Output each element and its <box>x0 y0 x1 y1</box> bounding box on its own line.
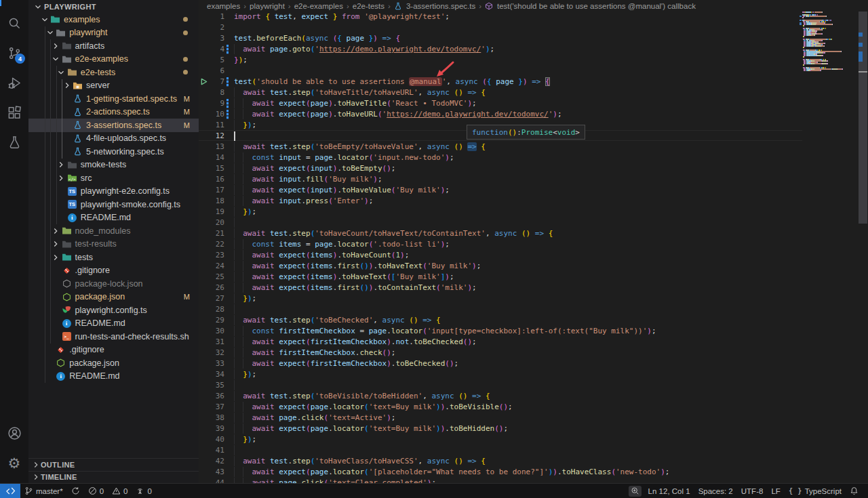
tree-item-run-tests-and-check-results-sh[interactable]: >_run-tests-and-check-results.sh <box>28 330 199 344</box>
tree-item-playwright-e2e-config-ts[interactable]: TSplaywright-e2e.config.ts <box>28 185 199 199</box>
code-line-19[interactable]: 19 }); <box>199 207 868 217</box>
code-line-5[interactable]: 5}); <box>199 55 868 66</box>
code-line-31[interactable]: 31 await expect(firstItemCheckbox).not.t… <box>199 337 868 348</box>
code-line-18[interactable]: 18 await input.press('Enter'); <box>199 196 868 207</box>
code-line-6[interactable]: 6 <box>199 66 868 77</box>
code-line-15[interactable]: 15 await expect(input).toBeEmpty(); <box>199 163 868 174</box>
code-line-40[interactable]: 40 }); <box>199 434 868 445</box>
status-lf[interactable]: LF <box>767 484 784 498</box>
code-line-10[interactable]: 10 await expect(page).toHaveURL('https:/… <box>199 109 868 120</box>
tree-item--gitignore[interactable]: .gitignore <box>28 344 199 357</box>
code-line-1[interactable]: 1import { test, expect } from '@playwrig… <box>199 12 868 22</box>
activity-run-debug-icon[interactable] <box>0 68 28 98</box>
tree-item-package-json[interactable]: package.json <box>28 356 199 370</box>
tree-item-test-results[interactable]: test-results <box>28 238 199 251</box>
tree-item-tests[interactable]: tests <box>28 251 199 264</box>
code-line-25[interactable]: 25 await expect(items).toHaveText(['Buy … <box>199 272 868 283</box>
status-error[interactable]: 0 <box>84 484 108 498</box>
tree-item-readme-md[interactable]: iREADME.md <box>28 211 199 225</box>
code-line-39[interactable]: 39 await expect(page.locator('text=Buy m… <box>199 423 868 434</box>
code-line-17[interactable]: 17 await expect(input).toHaveValue('Buy … <box>199 185 868 196</box>
tree-item-artifacts[interactable]: artifacts <box>28 39 199 53</box>
status-zoom-plus[interactable] <box>629 486 642 497</box>
panel-timeline[interactable]: TIMELINE <box>28 471 199 484</box>
tree-item-package-json[interactable]: package.jsonM <box>28 291 199 304</box>
breadcrumb-item[interactable]: e2e-tests <box>353 2 384 10</box>
code-line-38[interactable]: 38 await page.click('text=Active'); <box>199 413 868 423</box>
code-line-13[interactable]: 13 await test.step('toBeEmpty/toHaveValu… <box>199 142 868 152</box>
tree-item-examples[interactable]: examples <box>28 13 199 26</box>
code-line-30[interactable]: 30 const firstItemCheckbox = page.locato… <box>199 326 868 337</box>
code-line-35[interactable]: 35 <box>199 380 868 391</box>
tree-item-readme-md[interactable]: iREADME.md <box>28 317 199 331</box>
editor-pane[interactable]: examples›playwright›e2e-examples›e2e-tes… <box>199 0 868 483</box>
activity-source-control-icon[interactable]: 4 <box>0 38 28 68</box>
activity-search-icon[interactable] <box>0 8 28 38</box>
code-line-44[interactable]: 44 await page.click('text=Clear complete… <box>199 478 868 483</box>
code-line-41[interactable]: 41 <box>199 445 868 456</box>
code-line-2[interactable]: 2 <box>199 22 868 33</box>
tree-item-node-modules[interactable]: node_modules <box>28 224 199 238</box>
tree-item-playwright-smoke-config-ts[interactable]: TSplaywright-smoke.config.ts <box>28 198 199 211</box>
breadcrumb-item[interactable]: 3-assertions.spec.ts <box>394 2 475 10</box>
code-line-32[interactable]: 32 await firstItemCheckbox.check(); <box>199 348 868 358</box>
tree-item-readme-md[interactable]: iREADME.md <box>28 370 199 383</box>
run-test-icon[interactable] <box>200 78 208 85</box>
breadcrumb-item[interactable]: e2e-examples <box>294 2 343 10</box>
activity-testing-icon[interactable] <box>0 127 28 157</box>
code-line-22[interactable]: 22 const items = page.locator('.todo-lis… <box>199 239 868 250</box>
tree-item-1-getting-started-spec-ts[interactable]: 1-getting-started.spec.tsM <box>28 92 199 106</box>
tree-item-2-actions-spec-ts[interactable]: 2-actions.spec.tsM <box>28 106 199 119</box>
tree-item-playwright-config-ts[interactable]: playwright.config.ts <box>28 304 199 317</box>
tree-item-server[interactable]: ▦server <box>28 79 199 93</box>
code-line-37[interactable]: 37 await expect(page.locator('text=Buy m… <box>199 402 868 413</box>
status-ln-12-col-1[interactable]: Ln 12, Col 1 <box>644 484 694 498</box>
status-bell[interactable] <box>846 484 863 498</box>
code-line-7[interactable]: 7test('should be able to use assertions … <box>199 77 868 87</box>
tree-item-e2e-tests[interactable]: e2e-tests <box>28 66 199 79</box>
activity-extensions-icon[interactable] <box>0 98 28 127</box>
tree-item--gitignore[interactable]: .gitignore <box>28 264 199 278</box>
tree-item-5-networking-spec-ts[interactable]: 5-networking.spec.ts <box>28 145 199 159</box>
code-line-14[interactable]: 14 const input = page.locator('input.new… <box>199 152 868 163</box>
tree-item-smoke-tests[interactable]: smoke-tests <box>28 159 199 172</box>
code-line-29[interactable]: 29 await test.step('toBeChecked', async … <box>199 315 868 326</box>
code-line-36[interactable]: 36 await test.step('toBeVisible/toBeHidd… <box>199 391 868 402</box>
code-line-24[interactable]: 24 await expect(items.first()).toHaveTex… <box>199 261 868 272</box>
code-line-21[interactable]: 21 await test.step('toHaveCount/toHaveTe… <box>199 228 868 239</box>
code-line-28[interactable]: 28 <box>199 304 868 315</box>
tree-item-4-file-uploads-spec-ts[interactable]: 4-file-uploads.spec.ts <box>28 132 199 146</box>
code-line-16[interactable]: 16 await input.fill('Buy milk'); <box>199 174 868 185</box>
status-utf-8[interactable]: UTF-8 <box>737 484 768 498</box>
breadcrumb-item[interactable]: playwright <box>250 2 285 10</box>
status-remote[interactable] <box>0 484 20 498</box>
code-area[interactable]: 1import { test, expect } from '@playwrig… <box>199 12 868 483</box>
code-line-43[interactable]: 43 await expect(page.locator('[placehold… <box>199 467 868 478</box>
code-line-4[interactable]: 4 await page.goto('https://demo.playwrig… <box>199 44 868 55</box>
code-line-20[interactable]: 20 <box>199 217 868 228</box>
code-line-23[interactable]: 23 await expect(items).toHaveCount(1); <box>199 250 868 261</box>
status-warning[interactable]: 0 <box>108 484 132 498</box>
activity-settings-gear-icon[interactable]: ⚙ <box>0 448 28 478</box>
tree-item-3-assertions-spec-ts[interactable]: 3-assertions.spec.tsM <box>28 119 199 132</box>
code-line-8[interactable]: 8 await test.step('toHaveTitle/toHaveURL… <box>199 87 868 98</box>
status-git-branch[interactable]: master* <box>20 484 67 498</box>
code-line-34[interactable]: 34 }); <box>199 369 868 380</box>
breadcrumb-item[interactable]: examples <box>207 2 240 10</box>
panel-outline[interactable]: OUTLINE <box>28 458 199 471</box>
status-spaces-2[interactable]: Spaces: 2 <box>694 484 737 498</box>
code-line-33[interactable]: 33 await expect(firstItemCheckbox).toBeC… <box>199 358 868 369</box>
code-line-3[interactable]: 3test.beforeEach(async ({ page }) => { <box>199 33 868 44</box>
code-line-26[interactable]: 26 await expect(items.first()).toContain… <box>199 283 868 293</box>
tree-item-playwright[interactable]: playwright <box>28 26 199 40</box>
breadcrumb-item[interactable]: test('should be able to use assertions @… <box>485 2 696 10</box>
tree-item-e2e-examples[interactable]: e2e-examples <box>28 53 199 66</box>
activity-accounts-icon[interactable] <box>0 418 28 448</box>
code-line-42[interactable]: 42 await test.step('toHaveClass/toHaveCS… <box>199 456 868 467</box>
editor-scrollbar[interactable] <box>858 12 868 483</box>
status-radio-tower[interactable]: 0 <box>132 484 155 498</box>
tree-item-package-lock-json[interactable]: package-lock.json <box>28 277 199 291</box>
status-braces[interactable]: { }TypeScript <box>785 484 846 498</box>
tree-item-src[interactable]: </>src <box>28 171 199 185</box>
code-line-9[interactable]: 9 await expect(page).toHaveTitle('React … <box>199 98 868 109</box>
